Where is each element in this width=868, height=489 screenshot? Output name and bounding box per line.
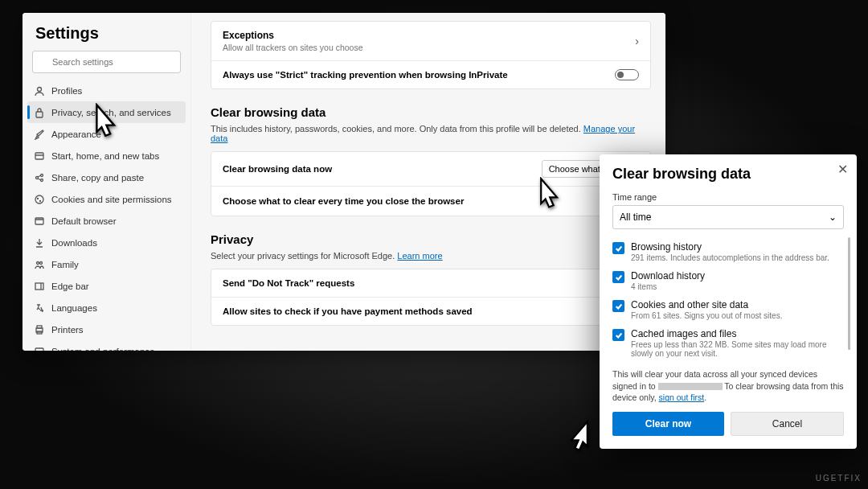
sidebar-item-label: Privacy, search, and services (51, 108, 171, 117)
privacy-desc: Select your privacy settings for Microso… (211, 251, 651, 261)
dialog-actions: Clear now Cancel (612, 412, 844, 436)
pointer-cursor-icon (563, 420, 598, 466)
sidebar-item-label: Printers (51, 325, 84, 335)
sidebar-item-label: Appearance (51, 129, 101, 139)
check-item: Cookies and other site dataFrom 61 sites… (612, 295, 844, 324)
edge-icon (34, 281, 45, 292)
svg-point-12 (37, 261, 39, 264)
svg-rect-14 (35, 283, 43, 290)
cbd-every-label: Choose what to clear every time you clos… (223, 196, 464, 206)
page-title: Settings (23, 23, 190, 51)
family-icon (34, 259, 45, 270)
sidebar-item-printers[interactable]: Printers (27, 318, 186, 340)
privacy-title: Privacy (211, 232, 651, 246)
check-item: Download history4 items (612, 266, 844, 295)
dnt-label: Send "Do Not Track" requests (223, 278, 354, 288)
cbd-card: Clear browsing data now Choose what to c… (211, 151, 651, 216)
sidebar-item-downloads[interactable]: Downloads (27, 232, 186, 253)
strict-label: Always use "Strict" tracking prevention … (223, 70, 508, 80)
brush-icon (34, 129, 45, 140)
system-icon (34, 346, 45, 351)
share-icon (34, 172, 45, 183)
exceptions-sub: Allow all trackers on sites you choose (223, 43, 363, 52)
cancel-button[interactable]: Cancel (731, 412, 844, 436)
printer-icon (34, 324, 45, 335)
strict-row: Always use "Strict" tracking prevention … (211, 60, 650, 88)
tab-icon (34, 150, 45, 162)
cbd-every-row[interactable]: Choose what to clear every time you clos… (211, 186, 650, 216)
lock-icon (34, 107, 45, 118)
sidebar-item-system-and-performance[interactable]: System and performance (27, 340, 186, 351)
sidebar-item-label: Profiles (51, 86, 82, 96)
check-list: Browsing history291 items. Includes auto… (612, 237, 844, 362)
sidebar-item-start-home-and-new-tabs[interactable]: Start, home, and new tabs (27, 145, 186, 166)
time-range-select[interactable]: All time ⌄ (612, 205, 844, 229)
cbd-desc: This includes history, passwords, cookie… (211, 124, 651, 143)
sidebar-item-profiles[interactable]: Profiles (27, 80, 186, 101)
cbd-title: Clear browsing data (211, 105, 651, 119)
chevron-right-icon: › (635, 35, 639, 47)
sidebar-item-label: Languages (51, 303, 97, 313)
clear-now-button[interactable]: Clear now (612, 412, 724, 436)
svg-point-13 (40, 261, 43, 264)
svg-rect-3 (36, 112, 43, 117)
check-sub: 4 items (631, 282, 705, 291)
sidebar-item-family[interactable]: Family (27, 253, 186, 275)
check-title: Download history (631, 270, 705, 281)
sidebar-item-label: Cookies and site permissions (51, 195, 172, 204)
dialog-note: This will clear your data across all you… (612, 368, 844, 404)
checkbox[interactable] (612, 271, 624, 283)
strict-toggle[interactable] (615, 69, 639, 80)
payment-row: Allow sites to check if you have payment… (211, 297, 650, 325)
check-sub: 291 items. Includes autocompletions in t… (631, 253, 829, 262)
sidebar-item-label: System and performance (51, 347, 154, 351)
dialog-title: Clear browsing data (612, 166, 844, 183)
check-item: Cached images and filesFrees up less tha… (612, 324, 844, 362)
sidebar-item-privacy-search-and-services[interactable]: Privacy, search, and services (27, 101, 186, 123)
sidebar-item-edge-bar[interactable]: Edge bar (27, 275, 186, 297)
close-icon[interactable]: ✕ (834, 161, 850, 177)
svg-rect-16 (37, 326, 42, 328)
svg-point-9 (38, 198, 39, 199)
nav: ProfilesPrivacy, search, and servicesApp… (23, 80, 190, 351)
sidebar-item-languages[interactable]: Languages (27, 297, 186, 318)
download-icon (34, 237, 45, 249)
privacy-card: Send "Do Not Track" requests Allow sites… (211, 269, 651, 326)
sidebar-item-share-copy-and-paste[interactable]: Share, copy and paste (27, 166, 186, 188)
clear-data-dialog: ✕ Clear browsing data Time range All tim… (600, 154, 857, 449)
svg-rect-18 (35, 348, 43, 351)
svg-point-8 (35, 195, 43, 203)
redacted-account (658, 383, 723, 390)
learn-more-link[interactable]: Learn more (397, 251, 442, 261)
svg-rect-11 (35, 218, 43, 224)
search-input[interactable] (32, 51, 181, 73)
sidebar-item-label: Edge bar (51, 281, 89, 291)
sidebar-item-appearance[interactable]: Appearance (27, 123, 186, 145)
person-icon (34, 85, 45, 97)
check-item: Browsing history291 items. Includes auto… (612, 237, 844, 266)
sidebar-item-default-browser[interactable]: Default browser (27, 210, 186, 232)
browser-icon (34, 216, 45, 227)
scrollbar[interactable] (848, 237, 850, 350)
payment-label: Allow sites to check if you have payment… (223, 306, 473, 316)
exceptions-title: Exceptions (223, 30, 363, 41)
checkbox[interactable] (612, 242, 624, 254)
sidebar-item-label: Downloads (51, 238, 97, 248)
time-range-label: Time range (612, 192, 844, 202)
sidebar-item-label: Start, home, and new tabs (51, 151, 159, 161)
exceptions-row[interactable]: Exceptions Allow all trackers on sites y… (211, 22, 650, 60)
chevron-down-icon: ⌄ (829, 212, 837, 223)
check-title: Cached images and files (631, 328, 844, 339)
checkbox[interactable] (612, 300, 624, 312)
sidebar-item-label: Default browser (51, 216, 117, 226)
sign-out-link[interactable]: sign out first (659, 392, 705, 402)
cookie-icon (34, 194, 45, 205)
svg-rect-4 (35, 153, 43, 159)
content: Exceptions Allow all trackers on sites y… (191, 13, 665, 351)
checkbox[interactable] (612, 329, 624, 341)
watermark: UGETFIX (816, 474, 862, 483)
sidebar-item-cookies-and-site-permissions[interactable]: Cookies and site permissions (27, 188, 186, 210)
dnt-row: Send "Do Not Track" requests (211, 269, 650, 297)
check-sub: Frees up less than 322 MB. Some sites ma… (631, 340, 844, 358)
check-title: Cookies and other site data (631, 299, 782, 310)
